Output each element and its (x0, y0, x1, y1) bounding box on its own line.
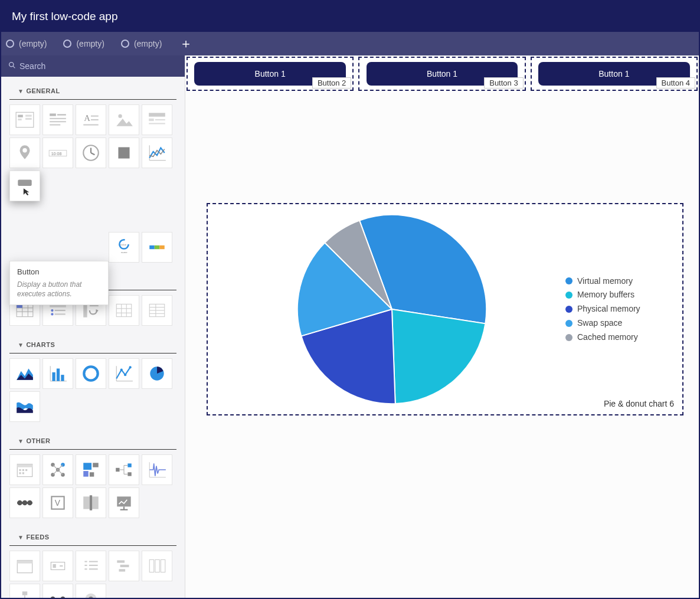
svg-point-68 (120, 369, 123, 371)
tile-feed-calendar[interactable] (9, 551, 40, 581)
design-canvas[interactable]: Button 1 Button 2 Button 1 Button 3 Butt… (185, 55, 699, 598)
legend-swatch (565, 306, 573, 313)
tile-stream-chart[interactable] (9, 391, 40, 422)
tile-split[interactable] (76, 487, 106, 518)
svg-point-16 (118, 114, 122, 117)
svg-text:name: name (121, 251, 127, 254)
radio-icon (121, 40, 129, 48)
tab-2[interactable]: (empty) (63, 39, 104, 48)
chart-caption: Pie & donut chart 6 (604, 399, 674, 408)
svg-rect-115 (17, 560, 32, 563)
tab-strip: (empty) (empty) (empty) ＋ (1, 32, 699, 55)
svg-rect-48 (83, 303, 87, 317)
tile-image[interactable] (109, 104, 139, 135)
svg-rect-36 (159, 246, 165, 249)
tile-feed-target[interactable] (76, 584, 106, 598)
drop-zone-button-4[interactable]: Button 1 Button 4 (531, 57, 698, 91)
svg-text:A: A (84, 113, 90, 123)
tile-colorbar[interactable] (142, 232, 172, 263)
svg-rect-117 (53, 564, 56, 568)
tile-heading[interactable]: A (76, 104, 106, 135)
svg-rect-76 (25, 469, 27, 471)
tile-signal[interactable] (142, 454, 172, 485)
tile-block[interactable] (142, 104, 172, 135)
svg-rect-6 (25, 118, 32, 120)
svg-point-70 (129, 366, 132, 368)
svg-rect-34 (149, 246, 155, 249)
svg-rect-50 (116, 304, 132, 316)
tile-datagrid[interactable] (142, 295, 172, 326)
svg-rect-78 (22, 472, 24, 474)
svg-rect-74 (19, 469, 21, 471)
search-input[interactable] (19, 61, 178, 71)
drop-zone-button-2[interactable]: Button 1 Button 2 (187, 57, 354, 91)
drop-label: Button 2 (312, 77, 351, 89)
svg-rect-125 (117, 560, 125, 562)
tile-feed-list[interactable] (76, 551, 106, 581)
tile-feed-gantt[interactable] (109, 551, 139, 581)
tile-calendar[interactable] (9, 454, 40, 485)
svg-rect-131 (22, 591, 28, 595)
svg-rect-35 (155, 246, 160, 249)
tile-gauge[interactable]: valuename (109, 232, 139, 263)
tile-treemap[interactable] (76, 454, 106, 485)
tile-presentation[interactable] (109, 487, 139, 518)
tile-feed-columns[interactable] (142, 551, 172, 581)
svg-rect-108 (83, 496, 90, 509)
tile-square[interactable] (109, 138, 139, 168)
section-other[interactable]: ▼ OTHER (9, 427, 176, 450)
svg-rect-3 (18, 115, 23, 117)
tile-donut-chart[interactable] (76, 358, 106, 389)
tile-feed-card[interactable] (42, 551, 73, 581)
section-charts[interactable]: ▼ CHARTS (9, 330, 176, 353)
tile-feed-tree[interactable] (9, 584, 40, 598)
svg-line-87 (58, 470, 63, 475)
tile-feed-link[interactable] (42, 584, 73, 598)
tile-bar-chart[interactable] (42, 358, 73, 389)
legend-label: Physical memory (577, 302, 640, 316)
tile-clock-analog[interactable] (76, 138, 106, 168)
legend-swatch (565, 334, 573, 341)
tile-linechart[interactable] (142, 138, 172, 168)
tile-visio[interactable]: V (42, 487, 73, 518)
tile-grid[interactable] (109, 295, 139, 326)
svg-rect-7 (50, 113, 56, 116)
svg-point-104 (22, 500, 28, 506)
tile-area-chart[interactable] (9, 358, 40, 389)
tile-line-chart[interactable] (109, 358, 139, 389)
svg-rect-5 (25, 115, 32, 117)
tile-pie-chart[interactable] (142, 358, 172, 389)
svg-rect-63 (57, 369, 60, 381)
svg-text:10:08: 10:08 (51, 152, 62, 156)
svg-point-65 (84, 366, 97, 380)
legend-label: Swap space (577, 316, 622, 330)
radio-icon (6, 40, 14, 48)
svg-text:V: V (55, 498, 61, 508)
svg-rect-62 (52, 372, 55, 381)
tile-clock-digital[interactable]: 10:08 (42, 138, 73, 168)
search-bar[interactable] (1, 55, 185, 77)
add-tab-button[interactable]: ＋ (179, 35, 192, 53)
chart-drop-zone[interactable]: Virtual memoryMemory buffersPhysical mem… (207, 203, 683, 415)
pie-slice (392, 309, 485, 404)
chevron-down-icon: ▼ (18, 438, 24, 444)
tile-network[interactable] (42, 454, 73, 485)
svg-point-44 (51, 309, 53, 312)
tab-3[interactable]: (empty) (121, 39, 162, 48)
chevron-down-icon: ▼ (18, 534, 24, 541)
tile-button[interactable] (9, 171, 40, 201)
svg-rect-4 (18, 119, 21, 120)
section-general[interactable]: ▼ GENERAL (9, 77, 176, 100)
tile-flow[interactable] (109, 454, 139, 485)
tile-timeline[interactable] (9, 487, 40, 518)
svg-rect-130 (161, 559, 165, 572)
tile-map-pin[interactable] (9, 138, 40, 168)
drop-zone-button-3[interactable]: Button 1 Button 3 (358, 57, 525, 91)
section-feeds[interactable]: ▼ FEEDS (9, 523, 176, 546)
svg-rect-27 (118, 147, 129, 158)
tile-layout[interactable] (9, 104, 40, 135)
tab-1[interactable]: (empty) (6, 39, 47, 48)
svg-rect-93 (127, 463, 131, 467)
svg-rect-30 (18, 179, 31, 186)
tile-text[interactable] (42, 104, 73, 135)
